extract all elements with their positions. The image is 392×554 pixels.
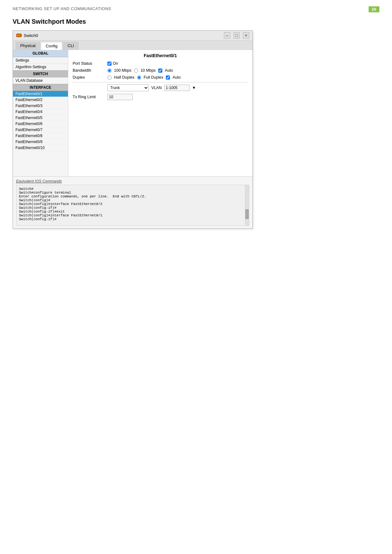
sidebar-item-fastethernet0-5[interactable]: FastEthernet0/5 — [13, 115, 68, 121]
vlan-dropdown-arrow: ▼ — [192, 86, 196, 90]
window-title-text: Switch0 — [24, 33, 38, 38]
restore-button[interactable]: □ — [233, 32, 240, 39]
port-status-checkbox-group: On — [107, 61, 118, 66]
bandwidth-10-radio[interactable] — [134, 69, 138, 73]
duplex-label: Duplex — [73, 75, 107, 80]
cli-output[interactable]: Switch# Switch#configure terminal Enter … — [16, 185, 249, 226]
main-panel: FastEthernet0/1 Port Status On Bandwidth — [68, 50, 252, 176]
sidebar-item-fastethernet0-9[interactable]: FastEthernet0/9 — [13, 139, 68, 145]
tabs-bar: Physical Config CLI — [13, 40, 252, 50]
duplex-auto-checkbox[interactable] — [166, 75, 170, 80]
sidebar-item-fastethernet0-2[interactable]: FastEthernet0/2 — [13, 97, 68, 103]
switch-window: Switch0 – □ × Physical Config CLI GLOBAL… — [13, 30, 253, 229]
window-controls: – □ × — [224, 32, 249, 39]
page-header-title: NETWORKING SET UP AND COMMUNICATIONS — [13, 6, 111, 11]
sidebar-item-fastethernet0-7[interactable]: FastEthernet0/7 — [13, 127, 68, 133]
svg-rect-3 — [20, 34, 20, 36]
sidebar-item-fastethernet0-3[interactable]: FastEthernet0/3 — [13, 103, 68, 109]
sidebar: GLOBAL Settings Algorithm Settings SWITC… — [13, 50, 68, 176]
bandwidth-value: 100 Mbps 10 Mbps Auto — [107, 68, 248, 73]
window-title-group: Switch0 — [16, 33, 38, 38]
bandwidth-auto-label: Auto — [165, 68, 173, 73]
port-status-value: On — [107, 61, 248, 66]
port-status-on-label: On — [113, 61, 118, 66]
vlan-label: VLAN — [151, 86, 162, 90]
tab-cli[interactable]: CLI — [63, 42, 79, 50]
sidebar-item-vlan-database[interactable]: VLAN Database — [13, 77, 68, 84]
port-status-row: Port Status On — [73, 61, 248, 66]
bandwidth-row: Bandwidth 100 Mbps 10 Mbps Auto — [73, 68, 248, 73]
duplex-half-radio[interactable] — [107, 75, 112, 80]
tab-config[interactable]: Config — [41, 42, 62, 50]
bandwidth-100-label: 100 Mbps — [114, 68, 131, 73]
bandwidth-auto-checkbox[interactable] — [158, 69, 162, 73]
trunk-dropdown-row: Trunk Access Dynamic Auto Dynamic Desira… — [107, 84, 196, 91]
tab-physical[interactable]: Physical — [15, 42, 40, 50]
minimize-button[interactable]: – — [224, 32, 230, 39]
vlan-input[interactable]: 1-1005 — [164, 85, 190, 91]
page-number: 20 — [369, 6, 379, 12]
tx-ring-row: Tx Ring Limit — [73, 94, 248, 100]
sidebar-item-settings[interactable]: Settings — [13, 57, 68, 64]
duplex-full-label: Full Duplex — [144, 75, 164, 80]
page-header: NETWORKING SET UP AND COMMUNICATIONS 20 — [13, 6, 379, 12]
bandwidth-10-label: 10 Mbps — [141, 68, 156, 73]
window-body: GLOBAL Settings Algorithm Settings SWITC… — [13, 50, 252, 176]
port-status-label: Port Status — [73, 61, 107, 66]
tx-ring-input[interactable] — [107, 94, 133, 100]
bandwidth-100-radio[interactable] — [107, 69, 112, 73]
duplex-value: Half Duplex Full Duplex Auto — [107, 75, 248, 80]
trunk-vlan-value: Trunk Access Dynamic Auto Dynamic Desira… — [107, 84, 248, 91]
port-status-checkbox[interactable] — [107, 62, 112, 66]
tx-ring-value — [107, 94, 248, 100]
panel-title: FastEthernet0/1 — [73, 53, 248, 58]
equivalent-ios-label: Equivalent IOS Commands — [16, 179, 249, 184]
section-title: VLAN Switchport Modes — [13, 18, 379, 25]
tx-ring-label: Tx Ring Limit — [73, 95, 107, 99]
bandwidth-label: Bandwidth — [73, 68, 107, 73]
bandwidth-radio-group: 100 Mbps 10 Mbps Auto — [107, 68, 173, 73]
interface-header: INTERFACE — [13, 84, 68, 91]
duplex-row: Duplex Half Duplex Full Duplex Auto — [73, 75, 248, 80]
trunk-vlan-row: Trunk Access Dynamic Auto Dynamic Desira… — [73, 84, 248, 91]
switch-device-icon — [16, 33, 22, 38]
sidebar-item-fastethernet0-8[interactable]: FastEthernet0/8 — [13, 133, 68, 139]
cli-scrollbar[interactable] — [245, 185, 249, 226]
svg-rect-1 — [17, 34, 18, 36]
duplex-radio-group: Half Duplex Full Duplex Auto — [107, 75, 181, 80]
close-button[interactable]: × — [243, 32, 249, 39]
sidebar-item-fastethernet0-1[interactable]: FastEthernet0/1 — [13, 91, 68, 97]
switch-header: SWITCH — [13, 70, 68, 77]
duplex-half-label: Half Duplex — [114, 75, 135, 80]
sidebar-item-fastethernet0-10[interactable]: FastEthernet0/10 — [13, 145, 68, 151]
svg-rect-2 — [18, 34, 19, 36]
sidebar-item-algorithm-settings[interactable]: Algorithm Settings — [13, 64, 68, 70]
trunk-dropdown[interactable]: Trunk Access Dynamic Auto Dynamic Desira… — [107, 84, 149, 91]
global-header: GLOBAL — [13, 50, 68, 57]
duplex-full-radio[interactable] — [137, 75, 141, 80]
cli-scrollbar-thumb[interactable] — [245, 209, 249, 219]
window-titlebar: Switch0 – □ × — [13, 31, 252, 40]
sidebar-item-fastethernet0-4[interactable]: FastEthernet0/4 — [13, 109, 68, 115]
sidebar-item-fastethernet0-6[interactable]: FastEthernet0/6 — [13, 121, 68, 127]
bottom-section: Equivalent IOS Commands Switch# Switch#c… — [13, 176, 252, 228]
duplex-auto-label: Auto — [172, 75, 181, 80]
